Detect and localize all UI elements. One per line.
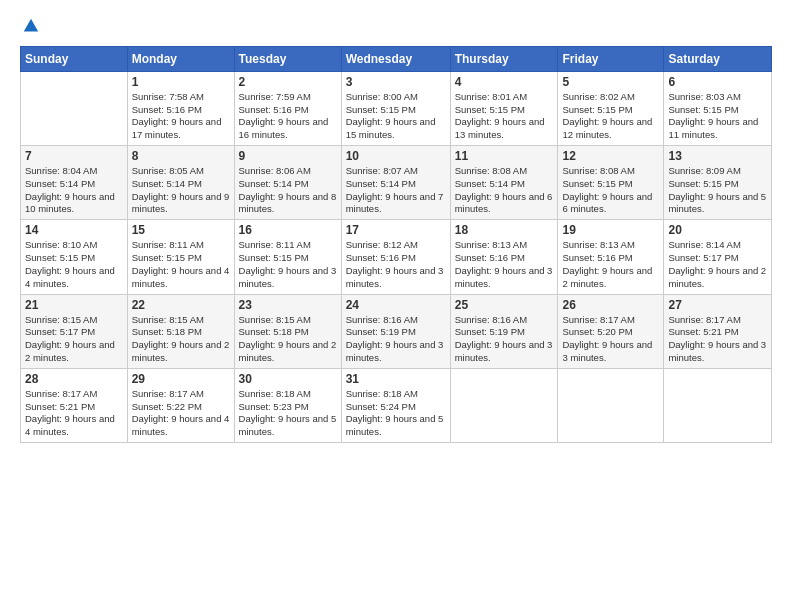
calendar-cell: 7Sunrise: 8:04 AMSunset: 5:14 PMDaylight…: [21, 146, 128, 220]
day-info: Sunrise: 7:58 AMSunset: 5:16 PMDaylight:…: [132, 91, 230, 142]
weekday-header-row: SundayMondayTuesdayWednesdayThursdayFrid…: [21, 46, 772, 71]
calendar-cell: [21, 71, 128, 145]
weekday-header-friday: Friday: [558, 46, 664, 71]
calendar-week-row: 21Sunrise: 8:15 AMSunset: 5:17 PMDayligh…: [21, 294, 772, 368]
calendar-cell: 25Sunrise: 8:16 AMSunset: 5:19 PMDayligh…: [450, 294, 558, 368]
calendar-cell: 15Sunrise: 8:11 AMSunset: 5:15 PMDayligh…: [127, 220, 234, 294]
calendar-cell: 4Sunrise: 8:01 AMSunset: 5:15 PMDaylight…: [450, 71, 558, 145]
day-number: 2: [239, 75, 337, 89]
calendar-cell: 9Sunrise: 8:06 AMSunset: 5:14 PMDaylight…: [234, 146, 341, 220]
calendar-cell: 24Sunrise: 8:16 AMSunset: 5:19 PMDayligh…: [341, 294, 450, 368]
day-info: Sunrise: 8:14 AMSunset: 5:17 PMDaylight:…: [668, 239, 767, 290]
day-info: Sunrise: 8:00 AMSunset: 5:15 PMDaylight:…: [346, 91, 446, 142]
weekday-header-monday: Monday: [127, 46, 234, 71]
day-info: Sunrise: 8:15 AMSunset: 5:17 PMDaylight:…: [25, 314, 123, 365]
day-info: Sunrise: 8:17 AMSunset: 5:22 PMDaylight:…: [132, 388, 230, 439]
calendar-page: SundayMondayTuesdayWednesdayThursdayFrid…: [0, 0, 792, 612]
day-number: 15: [132, 223, 230, 237]
day-info: Sunrise: 7:59 AMSunset: 5:16 PMDaylight:…: [239, 91, 337, 142]
day-info: Sunrise: 8:05 AMSunset: 5:14 PMDaylight:…: [132, 165, 230, 216]
day-number: 11: [455, 149, 554, 163]
day-number: 16: [239, 223, 337, 237]
svg-marker-0: [24, 19, 38, 32]
day-info: Sunrise: 8:06 AMSunset: 5:14 PMDaylight:…: [239, 165, 337, 216]
calendar-cell: 3Sunrise: 8:00 AMSunset: 5:15 PMDaylight…: [341, 71, 450, 145]
day-info: Sunrise: 8:17 AMSunset: 5:20 PMDaylight:…: [562, 314, 659, 365]
day-number: 30: [239, 372, 337, 386]
calendar-cell: 30Sunrise: 8:18 AMSunset: 5:23 PMDayligh…: [234, 368, 341, 442]
day-info: Sunrise: 8:09 AMSunset: 5:15 PMDaylight:…: [668, 165, 767, 216]
calendar-week-row: 1Sunrise: 7:58 AMSunset: 5:16 PMDaylight…: [21, 71, 772, 145]
calendar-cell: 5Sunrise: 8:02 AMSunset: 5:15 PMDaylight…: [558, 71, 664, 145]
day-number: 10: [346, 149, 446, 163]
calendar-table: SundayMondayTuesdayWednesdayThursdayFrid…: [20, 46, 772, 443]
weekday-header-sunday: Sunday: [21, 46, 128, 71]
day-info: Sunrise: 8:07 AMSunset: 5:14 PMDaylight:…: [346, 165, 446, 216]
day-number: 5: [562, 75, 659, 89]
day-number: 7: [25, 149, 123, 163]
day-info: Sunrise: 8:08 AMSunset: 5:15 PMDaylight:…: [562, 165, 659, 216]
day-info: Sunrise: 8:11 AMSunset: 5:15 PMDaylight:…: [132, 239, 230, 290]
day-number: 17: [346, 223, 446, 237]
day-info: Sunrise: 8:11 AMSunset: 5:15 PMDaylight:…: [239, 239, 337, 290]
day-number: 8: [132, 149, 230, 163]
day-number: 4: [455, 75, 554, 89]
calendar-cell: 6Sunrise: 8:03 AMSunset: 5:15 PMDaylight…: [664, 71, 772, 145]
calendar-cell: 13Sunrise: 8:09 AMSunset: 5:15 PMDayligh…: [664, 146, 772, 220]
day-number: 29: [132, 372, 230, 386]
calendar-cell: [450, 368, 558, 442]
calendar-cell: 10Sunrise: 8:07 AMSunset: 5:14 PMDayligh…: [341, 146, 450, 220]
calendar-cell: 27Sunrise: 8:17 AMSunset: 5:21 PMDayligh…: [664, 294, 772, 368]
calendar-cell: 1Sunrise: 7:58 AMSunset: 5:16 PMDaylight…: [127, 71, 234, 145]
calendar-cell: 11Sunrise: 8:08 AMSunset: 5:14 PMDayligh…: [450, 146, 558, 220]
day-info: Sunrise: 8:01 AMSunset: 5:15 PMDaylight:…: [455, 91, 554, 142]
calendar-cell: 8Sunrise: 8:05 AMSunset: 5:14 PMDaylight…: [127, 146, 234, 220]
day-info: Sunrise: 8:17 AMSunset: 5:21 PMDaylight:…: [668, 314, 767, 365]
calendar-cell: 2Sunrise: 7:59 AMSunset: 5:16 PMDaylight…: [234, 71, 341, 145]
day-number: 26: [562, 298, 659, 312]
day-number: 13: [668, 149, 767, 163]
day-info: Sunrise: 8:13 AMSunset: 5:16 PMDaylight:…: [455, 239, 554, 290]
day-info: Sunrise: 8:04 AMSunset: 5:14 PMDaylight:…: [25, 165, 123, 216]
day-info: Sunrise: 8:18 AMSunset: 5:24 PMDaylight:…: [346, 388, 446, 439]
day-number: 9: [239, 149, 337, 163]
calendar-cell: 22Sunrise: 8:15 AMSunset: 5:18 PMDayligh…: [127, 294, 234, 368]
calendar-cell: 21Sunrise: 8:15 AMSunset: 5:17 PMDayligh…: [21, 294, 128, 368]
day-number: 21: [25, 298, 123, 312]
day-info: Sunrise: 8:15 AMSunset: 5:18 PMDaylight:…: [239, 314, 337, 365]
day-number: 27: [668, 298, 767, 312]
day-info: Sunrise: 8:16 AMSunset: 5:19 PMDaylight:…: [346, 314, 446, 365]
day-number: 22: [132, 298, 230, 312]
calendar-week-row: 7Sunrise: 8:04 AMSunset: 5:14 PMDaylight…: [21, 146, 772, 220]
calendar-cell: 28Sunrise: 8:17 AMSunset: 5:21 PMDayligh…: [21, 368, 128, 442]
day-info: Sunrise: 8:08 AMSunset: 5:14 PMDaylight:…: [455, 165, 554, 216]
day-number: 1: [132, 75, 230, 89]
calendar-cell: 16Sunrise: 8:11 AMSunset: 5:15 PMDayligh…: [234, 220, 341, 294]
calendar-cell: 14Sunrise: 8:10 AMSunset: 5:15 PMDayligh…: [21, 220, 128, 294]
calendar-cell: 20Sunrise: 8:14 AMSunset: 5:17 PMDayligh…: [664, 220, 772, 294]
day-info: Sunrise: 8:10 AMSunset: 5:15 PMDaylight:…: [25, 239, 123, 290]
calendar-week-row: 14Sunrise: 8:10 AMSunset: 5:15 PMDayligh…: [21, 220, 772, 294]
day-info: Sunrise: 8:12 AMSunset: 5:16 PMDaylight:…: [346, 239, 446, 290]
calendar-cell: 29Sunrise: 8:17 AMSunset: 5:22 PMDayligh…: [127, 368, 234, 442]
day-number: 24: [346, 298, 446, 312]
calendar-cell: 26Sunrise: 8:17 AMSunset: 5:20 PMDayligh…: [558, 294, 664, 368]
day-info: Sunrise: 8:02 AMSunset: 5:15 PMDaylight:…: [562, 91, 659, 142]
day-number: 23: [239, 298, 337, 312]
calendar-cell: 23Sunrise: 8:15 AMSunset: 5:18 PMDayligh…: [234, 294, 341, 368]
weekday-header-thursday: Thursday: [450, 46, 558, 71]
day-info: Sunrise: 8:03 AMSunset: 5:15 PMDaylight:…: [668, 91, 767, 142]
calendar-cell: 31Sunrise: 8:18 AMSunset: 5:24 PMDayligh…: [341, 368, 450, 442]
calendar-cell: [664, 368, 772, 442]
day-info: Sunrise: 8:17 AMSunset: 5:21 PMDaylight:…: [25, 388, 123, 439]
calendar-cell: 12Sunrise: 8:08 AMSunset: 5:15 PMDayligh…: [558, 146, 664, 220]
calendar-cell: [558, 368, 664, 442]
weekday-header-saturday: Saturday: [664, 46, 772, 71]
day-info: Sunrise: 8:13 AMSunset: 5:16 PMDaylight:…: [562, 239, 659, 290]
calendar-cell: 19Sunrise: 8:13 AMSunset: 5:16 PMDayligh…: [558, 220, 664, 294]
day-number: 25: [455, 298, 554, 312]
day-info: Sunrise: 8:18 AMSunset: 5:23 PMDaylight:…: [239, 388, 337, 439]
weekday-header-tuesday: Tuesday: [234, 46, 341, 71]
day-number: 20: [668, 223, 767, 237]
day-info: Sunrise: 8:15 AMSunset: 5:18 PMDaylight:…: [132, 314, 230, 365]
